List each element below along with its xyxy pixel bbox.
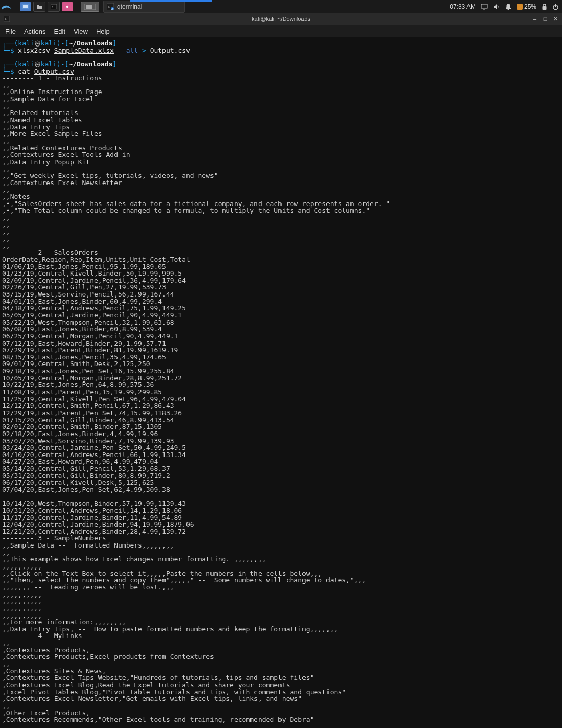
taskbar-active-task[interactable]: >_2 qterminal (103, 1, 185, 13)
taskbar-app2-icon[interactable] (62, 2, 73, 11)
power-icon[interactable] (552, 4, 559, 10)
svg-rect-7 (86, 5, 92, 9)
taskbar-workspace-icon[interactable] (81, 2, 99, 12)
lock-icon[interactable] (542, 4, 547, 10)
desktop-taskbar: >_ >_2 qterminal 07:33 AM 25% (0, 0, 562, 14)
svg-rect-13 (483, 9, 485, 10)
svg-text:2: 2 (111, 7, 113, 10)
volume-icon[interactable] (493, 4, 500, 10)
active-task-highlight (130, 0, 212, 2)
svg-rect-12 (481, 4, 487, 8)
terminal-menubar: File Actions Edit View Help (0, 25, 562, 38)
svg-point-5 (66, 6, 68, 8)
battery-indicator[interactable]: 25% (517, 3, 536, 10)
svg-text:>_: >_ (5, 17, 9, 21)
taskbar-files-icon[interactable] (33, 2, 45, 12)
battery-percent: 25% (524, 3, 536, 10)
svg-rect-14 (543, 6, 547, 10)
svg-text:>_: >_ (52, 5, 56, 8)
notifications-icon[interactable] (505, 3, 511, 10)
battery-icon (517, 4, 523, 10)
window-title: kali@kali: ~/Downloads (252, 16, 310, 22)
svg-rect-16 (555, 4, 556, 7)
kali-menu-icon[interactable] (0, 0, 13, 13)
taskbar-terminal-icon[interactable]: >_ (48, 2, 60, 12)
task-terminal-icon: >_2 (107, 3, 114, 10)
titlebar-app-icon: >_ (2, 14, 11, 24)
menu-actions[interactable]: Actions (24, 28, 46, 35)
taskbar-clock: 07:33 AM (450, 3, 476, 10)
menu-help[interactable]: Help (96, 28, 110, 35)
taskbar-app1-icon[interactable] (20, 2, 31, 11)
terminal-window: >_ kali@kali: ~/Downloads – □ ✕ File Act… (0, 13, 562, 728)
menu-file[interactable]: File (5, 28, 16, 35)
task-label: qterminal (117, 3, 142, 10)
window-minimize-button[interactable]: – (531, 15, 538, 22)
menu-edit[interactable]: Edit (54, 28, 65, 35)
window-close-button[interactable]: ✕ (552, 15, 559, 22)
terminal-output: ┌──(kali㉿kali)-[~/Downloads] └─$ xlsx2cs… (2, 40, 560, 728)
display-icon[interactable] (481, 4, 488, 10)
terminal-body[interactable]: ┌──(kali㉿kali)-[~/Downloads] └─$ xlsx2cs… (0, 38, 562, 728)
svg-rect-1 (23, 5, 28, 8)
window-maximize-button[interactable]: □ (542, 15, 549, 22)
menu-view[interactable]: View (74, 28, 88, 35)
window-titlebar[interactable]: >_ kali@kali: ~/Downloads – □ ✕ (0, 13, 562, 25)
